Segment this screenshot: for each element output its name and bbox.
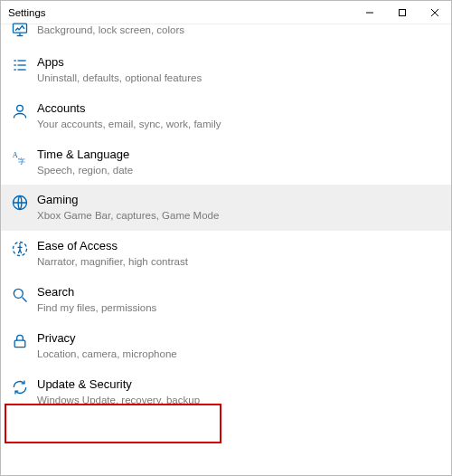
close-button[interactable] xyxy=(419,1,451,24)
settings-item-time-language[interactable]: A字 Time & Language Speech, region, date xyxy=(1,139,451,186)
settings-item-apps[interactable]: Apps Uninstall, defaults, optional featu… xyxy=(1,47,451,93)
search-icon xyxy=(10,285,30,305)
settings-item-search[interactable]: Search Find my files, permissions xyxy=(1,277,451,323)
settings-item-ease-of-access[interactable]: Ease of Access Narrator, magnifier, high… xyxy=(1,231,451,277)
time-language-icon: A字 xyxy=(10,148,30,167)
svg-rect-21 xyxy=(14,340,25,347)
item-title: Gaming xyxy=(37,193,219,208)
window-controls xyxy=(353,1,451,24)
item-title: Search xyxy=(37,285,156,300)
item-desc: Xbox Game Bar, captures, Game Mode xyxy=(37,209,219,223)
svg-rect-1 xyxy=(400,9,406,15)
settings-item-gaming[interactable]: Gaming Xbox Game Bar, captures, Game Mod… xyxy=(1,185,451,231)
update-security-icon xyxy=(10,377,30,397)
svg-point-19 xyxy=(14,289,23,298)
item-title: Accounts xyxy=(37,101,221,117)
svg-line-20 xyxy=(23,298,27,302)
item-desc: Uninstall, defaults, optional features xyxy=(37,71,202,85)
personalization-icon xyxy=(10,19,30,39)
item-desc: Background, lock screen, colors xyxy=(37,24,184,37)
settings-item-privacy[interactable]: Privacy Location, camera, microphone xyxy=(1,323,451,369)
settings-list: Personalization Background, lock screen,… xyxy=(1,24,451,415)
svg-text:字: 字 xyxy=(18,157,25,165)
maximize-button[interactable] xyxy=(386,1,419,24)
item-desc: Windows Update, recovery, backup xyxy=(37,394,200,407)
item-title: Apps xyxy=(37,55,202,71)
window-title: Settings xyxy=(8,7,46,18)
svg-point-18 xyxy=(19,243,21,245)
item-desc: Your accounts, email, sync, work, family xyxy=(37,118,221,131)
accounts-icon xyxy=(10,101,30,121)
minimize-button[interactable] xyxy=(353,1,386,24)
item-desc: Find my files, permissions xyxy=(37,301,156,315)
item-desc: Speech, region, date xyxy=(37,164,133,177)
item-desc: Location, camera, microphone xyxy=(37,347,177,361)
svg-text:A: A xyxy=(13,151,18,159)
item-title: Time & Language xyxy=(37,148,133,163)
ease-of-access-icon xyxy=(10,239,30,259)
settings-item-accounts[interactable]: Accounts Your accounts, email, sync, wor… xyxy=(1,93,451,139)
item-title: Privacy xyxy=(37,331,177,347)
privacy-icon xyxy=(10,331,30,351)
settings-item-update-security[interactable]: Update & Security Windows Update, recove… xyxy=(1,369,451,415)
item-title: Update & Security xyxy=(37,377,200,393)
item-title: Ease of Access xyxy=(37,239,188,254)
apps-icon xyxy=(10,55,30,75)
svg-point-13 xyxy=(17,105,24,111)
gaming-icon xyxy=(10,193,30,213)
item-desc: Narrator, magnifier, high contrast xyxy=(37,255,188,269)
